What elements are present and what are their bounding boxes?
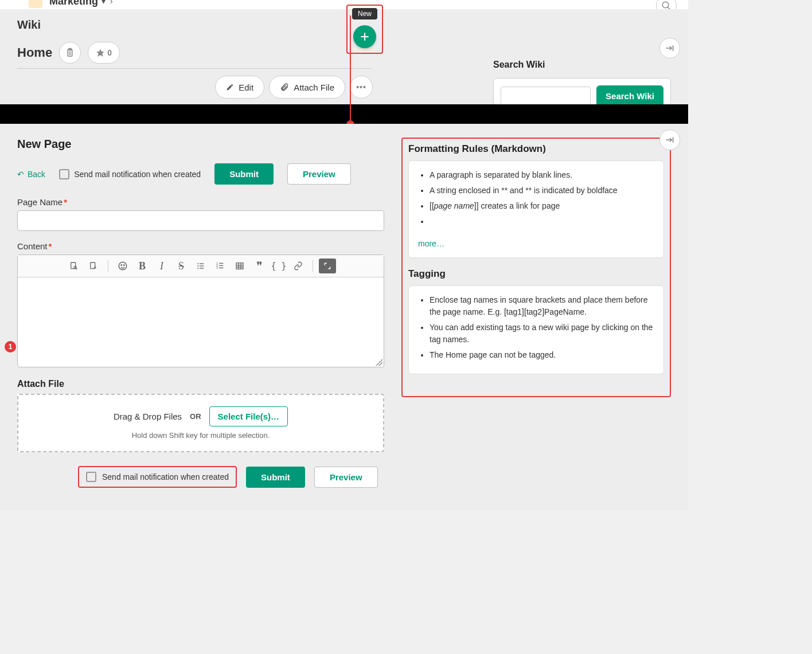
svg-text:3: 3 (216, 267, 218, 269)
new-button-callout: New (346, 5, 383, 54)
search-wiki-title: Search Wiki (493, 60, 671, 70)
annotation-line (350, 15, 351, 130)
fullscreen-icon[interactable] (319, 259, 336, 273)
page-name-label: Page Name* (17, 197, 384, 207)
tagging-rules-list: Enclose tag names in square brackets and… (418, 294, 654, 361)
new-tooltip: New (352, 8, 377, 19)
page-title: Home (17, 45, 52, 60)
bold-icon[interactable]: B (134, 259, 151, 273)
formatting-callout: Formatting Rules (Markdown) A paragraph … (401, 138, 671, 397)
svg-line-14 (76, 268, 77, 269)
page-name-input[interactable] (17, 210, 384, 231)
editor-toolbar: B I S 123 ❞ { } (18, 255, 384, 277)
svg-rect-12 (71, 263, 76, 269)
svg-point-21 (197, 263, 198, 264)
new-page-title: New Page (17, 138, 384, 151)
insert-page-icon[interactable] (85, 259, 102, 273)
tagging-rule: You can add existing tags to a new wiki … (430, 322, 654, 346)
svg-rect-22 (200, 263, 204, 264)
annotation-marker-1: 1 (5, 341, 16, 353)
select-files-button[interactable]: Select File(s)… (209, 406, 288, 426)
svg-point-23 (197, 265, 198, 267)
svg-rect-33 (236, 263, 243, 269)
breadcrumb-project[interactable]: Marketing (49, 0, 98, 7)
notify-checkbox-row[interactable]: Send mail notification when created (59, 169, 201, 179)
star-button[interactable]: 0 (88, 42, 120, 64)
svg-point-18 (119, 262, 127, 270)
link-page-icon[interactable] (65, 259, 83, 273)
formatting-rule: A paragraph is separated by blank lines. (430, 169, 654, 181)
more-actions-button[interactable]: ••• (350, 76, 373, 99)
formatting-rule (430, 216, 654, 228)
clipboard-icon-button[interactable] (59, 42, 81, 64)
chevron-right-icon: › (110, 0, 113, 6)
divider (17, 68, 373, 69)
notify-checkbox-bottom[interactable] (86, 472, 96, 482)
svg-point-20 (124, 265, 125, 266)
attach-file-button[interactable]: Attach File (269, 76, 345, 99)
submit-button[interactable]: Submit (214, 163, 274, 185)
content-editor: B I S 123 ❞ { } (17, 254, 384, 367)
formatting-rules-title: Formatting Rules (Markdown) (408, 143, 664, 155)
section-divider (0, 104, 688, 124)
search-wiki-button[interactable]: Search Wiki (596, 85, 663, 107)
attach-label: Attach File (294, 83, 334, 92)
formatting-rule: [[page name]] creates a link for page (430, 200, 654, 212)
svg-point-0 (662, 2, 669, 8)
svg-rect-24 (200, 265, 204, 266)
content-label: Content* (17, 241, 384, 251)
project-logo (29, 0, 42, 8)
notify-checkbox[interactable] (59, 169, 69, 179)
preview-button[interactable]: Preview (287, 163, 351, 185)
resize-handle[interactable] (376, 359, 382, 366)
edit-label: Edit (239, 83, 253, 92)
svg-point-25 (197, 268, 198, 269)
shift-hint: Hold down Shift key for multiple selecti… (30, 431, 372, 440)
content-textarea[interactable] (18, 277, 384, 367)
tagging-rule: Enclose tag names in square brackets and… (430, 294, 654, 318)
attach-file-label: Attach File (17, 379, 384, 389)
strikethrough-icon[interactable]: S (173, 259, 190, 273)
tagging-rule: The Home page can not be tagged. (430, 349, 654, 361)
search-wiki-input[interactable] (501, 87, 591, 106)
back-link[interactable]: ↶ Back (17, 170, 45, 179)
svg-point-19 (121, 265, 122, 266)
bullet-list-icon[interactable] (192, 259, 209, 273)
edit-button[interactable]: Edit (215, 76, 264, 99)
formatting-rule: A string enclosed in ** and ** is indica… (430, 185, 654, 197)
svg-rect-26 (200, 268, 204, 268)
emoji-icon[interactable] (114, 259, 131, 273)
wiki-section-title: Wiki (17, 18, 671, 32)
svg-rect-32 (219, 268, 223, 268)
undo-icon: ↶ (17, 170, 24, 179)
star-count: 0 (107, 48, 112, 57)
formatting-rules-card: A paragraph is separated by blank lines.… (408, 160, 664, 258)
number-list-icon[interactable]: 123 (212, 259, 229, 273)
submit-button-bottom[interactable]: Submit (246, 467, 305, 488)
bottom-notify-callout: Send mail notification when created (78, 466, 237, 488)
preview-button-bottom[interactable]: Preview (314, 467, 378, 488)
more-link[interactable]: more… (418, 239, 444, 248)
tagging-card: Enclose tag names in square brackets and… (408, 285, 664, 374)
collapse-sidebar-button[interactable] (659, 38, 680, 58)
formatting-rules-list: A paragraph is separated by blank lines.… (418, 169, 654, 228)
chevron-down-icon[interactable]: ▾ (102, 0, 106, 6)
tagging-title: Tagging (408, 268, 664, 280)
new-page-fab[interactable] (353, 25, 376, 48)
svg-rect-28 (219, 263, 223, 264)
code-icon[interactable]: { } (270, 259, 287, 273)
or-text: OR (190, 412, 201, 421)
notify-label-bottom: Send mail notification when created (102, 472, 229, 481)
table-icon[interactable] (231, 259, 248, 273)
svg-marker-11 (97, 49, 104, 56)
italic-icon[interactable]: I (153, 259, 170, 273)
drag-drop-text: Drag & Drop Files (114, 412, 182, 421)
quote-icon[interactable]: ❞ (251, 259, 268, 273)
svg-rect-30 (219, 265, 223, 266)
notify-label: Send mail notification when created (74, 170, 201, 179)
back-label: Back (28, 170, 45, 179)
collapse-sidebar-button-2[interactable] (659, 130, 680, 150)
file-dropzone[interactable]: Drag & Drop Files OR Select File(s)… Hol… (17, 394, 384, 452)
hyperlink-icon[interactable] (290, 259, 307, 273)
